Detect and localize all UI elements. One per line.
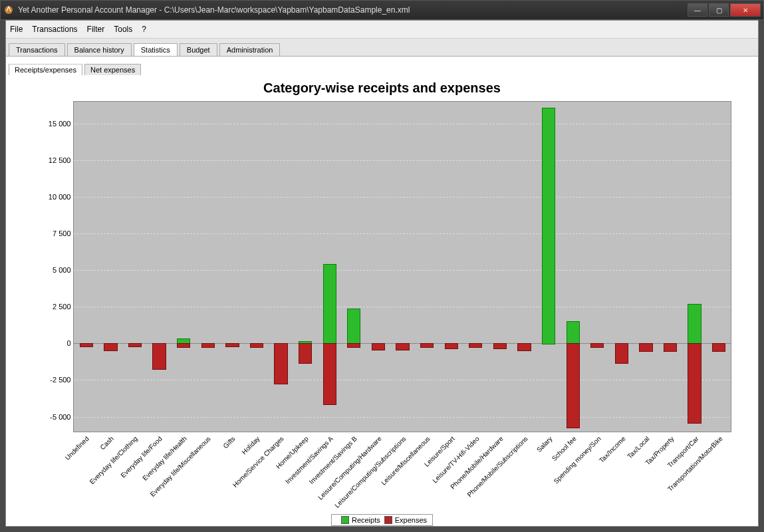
- y-tick-label: 15 000: [33, 120, 74, 128]
- expense-bar: [128, 343, 142, 346]
- legend-receipts-label: Receipts: [352, 516, 380, 524]
- tab-statistics[interactable]: Statistics: [134, 43, 178, 56]
- category-slot: [560, 102, 584, 432]
- expense-bar: [615, 343, 628, 364]
- x-tick-label: Salary: [535, 435, 554, 454]
- client-area: File Transactions Filter Tools ? Transac…: [5, 20, 759, 527]
- category-slot: [122, 102, 147, 432]
- tab-administration[interactable]: Administration: [219, 43, 281, 56]
- tab-transactions[interactable]: Transactions: [9, 43, 65, 56]
- category-slot: [219, 102, 244, 432]
- x-tick-label: Gifts: [221, 435, 236, 450]
- chart-title: Category-wise receipts and expenses: [263, 80, 501, 96]
- x-label-slot: Tax/Income: [609, 432, 634, 511]
- x-label-slot: Salary: [536, 432, 561, 511]
- y-tick-label: 12 500: [33, 156, 74, 164]
- expense-bar: [323, 343, 336, 404]
- legend-swatch-receipts: [341, 516, 349, 524]
- x-label-slot: Home/Service Charges: [268, 432, 293, 511]
- expense-bar: [664, 343, 677, 352]
- expense-bar: [299, 343, 312, 364]
- y-tick-label: 10 000: [33, 193, 74, 201]
- app-icon: [3, 5, 14, 15]
- y-tick-label: 7 500: [33, 229, 74, 237]
- category-slot: [293, 102, 317, 432]
- menu-file[interactable]: File: [10, 25, 23, 34]
- x-tick-label: Holiday: [240, 435, 261, 456]
- category-slot: [706, 102, 731, 432]
- titlebar: Yet Another Personal Account Manager - C…: [0, 0, 764, 20]
- plot-area-wrap: 15 00012 50010 0007 5005 0002 5000-2 500…: [33, 101, 731, 432]
- minimize-button[interactable]: —: [688, 3, 707, 17]
- category-slot: [390, 102, 414, 432]
- menu-transactions[interactable]: Transactions: [32, 25, 77, 34]
- tab-budget[interactable]: Budget: [180, 43, 217, 56]
- sub-tab-receipts-expenses[interactable]: Receipts/expenses: [9, 64, 82, 75]
- category-slot: [98, 102, 122, 432]
- category-slot: [584, 102, 609, 432]
- y-tick-label: 5 000: [33, 266, 74, 274]
- category-slot: [658, 102, 682, 432]
- x-axis-labels: UndefinedCashEveryday life/ClothingEvery…: [33, 432, 731, 511]
- legend-expenses-label: Expenses: [395, 516, 427, 524]
- category-slot: [511, 102, 536, 432]
- category-slot: [74, 102, 98, 432]
- category-slot: [146, 102, 171, 432]
- expense-bar: [152, 343, 166, 369]
- category-slot: [463, 102, 487, 432]
- expense-bar: [493, 343, 507, 349]
- menu-help[interactable]: ?: [142, 25, 146, 34]
- expense-bar: [517, 343, 531, 351]
- expense-bar: [590, 343, 604, 347]
- category-slot: [536, 102, 561, 432]
- window-buttons: — ▢ ✕: [686, 3, 761, 17]
- app-window: Yet Another Personal Account Manager - C…: [0, 0, 764, 532]
- expense-bar: [469, 343, 482, 347]
- menubar: File Transactions Filter Tools ?: [6, 21, 758, 39]
- category-slot: [317, 102, 341, 432]
- x-tick-label: Undefined: [64, 435, 90, 462]
- receipt-bar: [567, 321, 580, 344]
- expense-bar: [250, 343, 263, 347]
- x-label-slot: Undefined: [73, 432, 98, 511]
- receipt-bar: [347, 309, 360, 345]
- y-tick-label: 0: [33, 339, 74, 347]
- expense-bar: [445, 343, 458, 349]
- x-tick-label: Cash: [98, 435, 114, 451]
- receipt-bar: [323, 264, 336, 344]
- sub-tabs: Receipts/expenses Net expenses: [6, 57, 758, 75]
- expense-bar: [688, 343, 701, 424]
- expense-bar: [396, 343, 409, 350]
- maximize-button[interactable]: ▢: [709, 3, 729, 17]
- expense-bar: [177, 343, 190, 347]
- y-tick-label: 2 500: [33, 303, 74, 311]
- category-slot: [341, 102, 366, 432]
- menu-filter[interactable]: Filter: [87, 25, 105, 34]
- x-label-slot: Leisure/Miscellaneous: [414, 432, 439, 511]
- sub-tab-net-expenses[interactable]: Net expenses: [84, 64, 141, 75]
- x-label-slot: Tax/Property: [658, 432, 683, 511]
- y-tick-label: -2 500: [33, 376, 74, 384]
- tab-balance-history[interactable]: Balance history: [67, 43, 132, 56]
- expense-bar: [347, 343, 360, 347]
- expense-bar: [420, 343, 434, 347]
- receipt-bar: [688, 304, 701, 344]
- close-button[interactable]: ✕: [730, 3, 761, 17]
- category-slot: [487, 102, 512, 432]
- category-slot: [682, 102, 706, 432]
- expense-bar: [372, 343, 385, 350]
- category-slot: [366, 102, 390, 432]
- chart-panel: Category-wise receipts and expenses 15 0…: [6, 75, 758, 526]
- expense-bar: [639, 343, 652, 352]
- bars-layer: [74, 102, 731, 432]
- category-slot: [438, 102, 463, 432]
- x-label-slot: Everyday life/Miscellaneous: [195, 432, 219, 511]
- category-slot: [414, 102, 439, 432]
- category-slot: [171, 102, 195, 432]
- menu-tools[interactable]: Tools: [114, 25, 132, 34]
- category-slot: [609, 102, 634, 432]
- plot-area: 15 00012 50010 0007 5005 0002 5000-2 500…: [73, 101, 731, 432]
- window-title: Yet Another Personal Account Manager - C…: [18, 5, 686, 15]
- y-tick-label: -5 000: [33, 413, 74, 421]
- expense-bar: [104, 343, 117, 351]
